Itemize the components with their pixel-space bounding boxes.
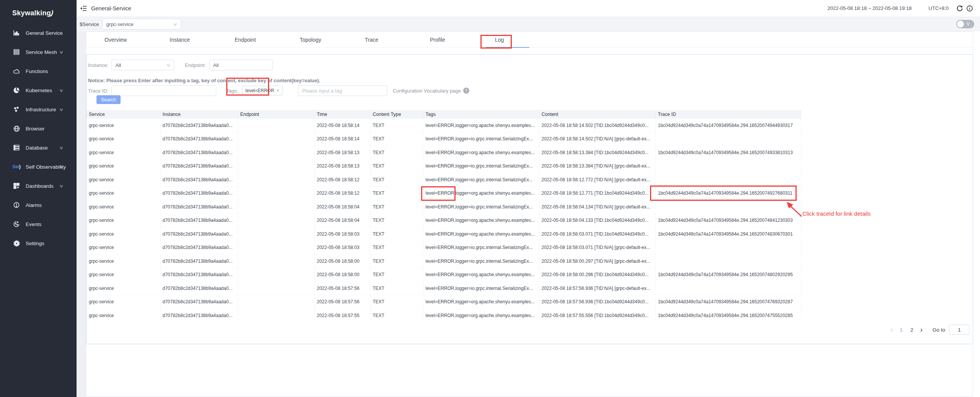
vocabulary-page-link[interactable]: Configuration Vocabulary page xyxy=(393,88,461,94)
column-header-tags: Tags xyxy=(423,110,539,119)
next-page-icon[interactable]: › xyxy=(917,325,926,334)
cell-tags: level=ERROR,logger=io.grpc.internal.Seri… xyxy=(423,200,539,214)
instance-select[interactable]: All ∨ xyxy=(111,60,174,70)
cell-time: 2022-05-08 18:57:56 xyxy=(314,281,370,295)
table-row[interactable]: grpc-serviced70782b8c2d347138b9a4aada0..… xyxy=(87,200,801,214)
table-row[interactable]: grpc-serviced70782b8c2d347138b9a4aada0..… xyxy=(87,132,801,146)
sidebar-item-infrastructure[interactable]: Infrastructure∨ xyxy=(0,100,77,119)
cell-endpoint xyxy=(238,132,314,146)
sidebar-item-service-mesh[interactable]: Service Mesh∨ xyxy=(0,42,77,62)
cell-content: 2022-05-08 18:58:00.297 [TID:N/A] [grpc-… xyxy=(539,254,655,268)
table-row[interactable]: grpc-serviced70782b8c2d347138b9a4aada0..… xyxy=(87,119,801,132)
cell-trace-id[interactable]: 1bc04d9244d349c0a74a14709349584e.294.165… xyxy=(655,309,801,322)
cell-trace-id xyxy=(655,241,801,255)
cell-trace-id[interactable]: 1bc04d9244d349c0a74a14709349584e.294.165… xyxy=(655,227,801,241)
help-icon[interactable]: ? xyxy=(463,88,469,94)
time-range-picker[interactable]: 2022-05-08 18:18 ~ 2022-05-08 19:18 xyxy=(828,5,912,11)
tab-endpoint[interactable]: Endpoint xyxy=(235,32,300,47)
table-row[interactable]: grpc-serviced70782b8c2d347138b9a4aada0..… xyxy=(87,173,801,187)
cell-content-type: TEXT xyxy=(370,295,423,309)
chevron-down-icon: ∨ xyxy=(59,145,63,150)
sidebar-item-functions[interactable]: Functions xyxy=(0,62,77,81)
table-row[interactable]: grpc-serviced70782b8c2d347138b9a4aada0..… xyxy=(87,295,801,309)
cell-content-type: TEXT xyxy=(370,146,423,159)
table-row[interactable]: grpc-serviced70782b8c2d347138b9a4aada0..… xyxy=(87,187,801,200)
table-row[interactable]: grpc-serviced70782b8c2d347138b9a4aada0..… xyxy=(87,159,801,173)
table-row[interactable]: grpc-serviced70782b8c2d347138b9a4aada0..… xyxy=(87,241,801,255)
kubernetes-icon xyxy=(13,87,20,94)
cell-instance: d70782b8c2d347138b9a4aada0... xyxy=(160,173,238,187)
tab-log[interactable]: Log xyxy=(495,32,560,47)
prev-page-icon[interactable]: ‹ xyxy=(887,325,896,334)
cell-tags: level=ERROR,logger=io.grpc.internal.Seri… xyxy=(423,281,539,295)
menu-fold-icon[interactable] xyxy=(80,5,87,12)
tab-topology[interactable]: Topology xyxy=(300,32,365,47)
cell-endpoint xyxy=(238,268,314,282)
service-variable-label: $Service xyxy=(80,21,99,27)
sidebar-item-events[interactable]: Events xyxy=(0,215,77,234)
cell-content-type: TEXT xyxy=(370,214,423,228)
sidebar-item-dashboards[interactable]: Dashboards∨ xyxy=(0,176,77,195)
info-icon[interactable] xyxy=(966,5,973,12)
annotation-note: Click traceId for link details xyxy=(802,210,871,217)
tab-profile[interactable]: Profile xyxy=(430,32,495,47)
goto-page-input[interactable] xyxy=(949,325,970,335)
sidebar-item-alarms[interactable]: Alarms xyxy=(0,195,77,215)
sidebar-item-label: General Service xyxy=(26,30,63,36)
cell-trace-id[interactable]: 1bc04d9244d349c0a74a14709349584e.294.165… xyxy=(655,119,801,132)
page-number-2[interactable]: 2 xyxy=(906,327,917,333)
toggle-knob xyxy=(957,21,964,28)
version-toggle[interactable]: V xyxy=(956,20,974,28)
refresh-icon[interactable] xyxy=(956,5,963,12)
instance-filter-label: Instance: xyxy=(88,62,108,68)
sidebar-item-database[interactable]: Database∨ xyxy=(0,138,77,157)
search-button[interactable]: Search xyxy=(96,95,121,104)
tab-instance[interactable]: Instance xyxy=(170,32,235,47)
goto-label: Go to xyxy=(933,327,945,333)
cell-tags: level=ERROR,logger=io.grpc.internal.Seri… xyxy=(423,173,539,187)
tab-overview[interactable]: Overview xyxy=(105,32,170,47)
table-row[interactable]: grpc-serviced70782b8c2d347138b9a4aada0..… xyxy=(87,268,801,282)
dots-icon xyxy=(13,106,20,113)
chevron-down-icon: ∨ xyxy=(59,88,63,93)
sidebar-item-label: Settings xyxy=(26,241,44,246)
cell-content-type: TEXT xyxy=(370,254,423,268)
cell-service: grpc-service xyxy=(87,187,160,200)
cell-trace-id xyxy=(655,200,801,214)
cell-endpoint xyxy=(238,173,314,187)
cell-trace-id[interactable]: 1bc04d9244d349c0a74a14709349584e.294.165… xyxy=(655,214,801,228)
active-tab-underline xyxy=(486,47,529,48)
cell-trace-id[interactable]: 1bc04d9244d349c0a74a14709349584e.294.165… xyxy=(655,146,801,159)
tag-chip-level-error[interactable]: level=ERROR × xyxy=(242,86,283,96)
sidebar-item-browser[interactable]: Browser xyxy=(0,119,77,138)
sidebar-item-settings[interactable]: Settings xyxy=(0,234,77,253)
tab-trace[interactable]: Trace xyxy=(365,32,430,47)
tag-input[interactable]: Please input a tag xyxy=(298,85,387,96)
cell-endpoint xyxy=(238,309,314,322)
cell-trace-id xyxy=(655,254,801,268)
cell-service: grpc-service xyxy=(87,309,160,322)
cell-content: 2022-05-08 18:58:03.071 [TID:N/A] [grpc-… xyxy=(539,241,655,255)
endpoint-input[interactable]: All xyxy=(209,60,273,70)
table-row[interactable]: grpc-serviced70782b8c2d347138b9a4aada0..… xyxy=(87,214,801,228)
sidebar-item-general-service[interactable]: General Service xyxy=(0,23,77,42)
table-row[interactable]: grpc-serviced70782b8c2d347138b9a4aada0..… xyxy=(87,146,801,159)
table-row[interactable]: grpc-serviced70782b8c2d347138b9a4aada0..… xyxy=(87,227,801,241)
cell-content-type: TEXT xyxy=(370,159,423,173)
service-select[interactable]: grpc-service ∨ xyxy=(102,19,181,29)
sidebar-item-kubernetes[interactable]: Kubernetes∨ xyxy=(0,81,77,100)
table-row[interactable]: grpc-serviced70782b8c2d347138b9a4aada0..… xyxy=(87,309,801,322)
cell-content: 2022-05-08 18:57:56.936 [TID:N/A] [grpc-… xyxy=(539,281,655,295)
cell-trace-id[interactable]: 1bc04d9244d349c0a74a14709349584e.294.165… xyxy=(655,295,801,309)
cell-trace-id[interactable]: 1bc04d9244d349c0a74a14709349584e.294.165… xyxy=(655,268,801,282)
skywalking-logo: Skywalking) xyxy=(0,0,77,17)
remove-tag-icon[interactable]: × xyxy=(276,88,279,93)
sidebar-item-self-observability[interactable]: Sw)Self Observability∨ xyxy=(0,157,77,176)
trace-id-input[interactable] xyxy=(111,85,216,96)
page-number-1[interactable]: 1 xyxy=(896,327,907,333)
table-row[interactable]: grpc-serviced70782b8c2d347138b9a4aada0..… xyxy=(87,281,801,295)
table-row[interactable]: grpc-serviced70782b8c2d347138b9a4aada0..… xyxy=(87,254,801,268)
cell-trace-id[interactable]: 1bc04d9244d349c0a74a14709349584e.294.165… xyxy=(655,187,801,200)
column-header-trace-id: Trace ID xyxy=(655,110,801,119)
cell-service: grpc-service xyxy=(87,254,160,268)
